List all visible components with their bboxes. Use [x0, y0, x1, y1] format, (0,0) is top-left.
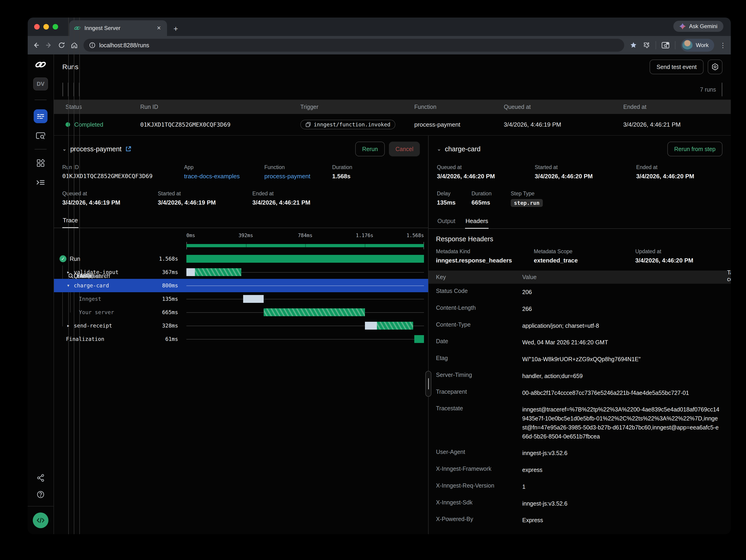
tab-trace[interactable]: Trace: [62, 214, 79, 228]
step-detail-panel: ⌄ charge-card Rerun from step Queued at …: [429, 136, 731, 534]
app-sidebar: DV: [28, 54, 54, 534]
rerun-from-step-button[interactable]: Rerun from step: [667, 142, 722, 156]
forward-icon[interactable]: [45, 41, 53, 49]
search-panel-icon[interactable]: [662, 42, 669, 49]
bookmark-star-icon[interactable]: [630, 41, 637, 49]
step-type-label: Step Type: [511, 190, 722, 197]
browser-tabstrip: Inngest Server ✕ + Ask Gemini: [28, 18, 731, 36]
panel-resize-handle[interactable]: [425, 371, 431, 397]
span-segment-solid: [414, 335, 424, 343]
share-feedback-icon[interactable]: [36, 474, 45, 482]
back-icon[interactable]: [32, 41, 40, 49]
span-segment-solid: [186, 255, 424, 263]
span-segment-delay: [365, 322, 377, 330]
started-value: 3/4/2026, 4:46:19 PM: [158, 198, 252, 206]
sidebar-item-runs[interactable]: [34, 109, 48, 123]
column-header: Queued at: [504, 104, 623, 110]
metadata-scope-label: Metadata Scope: [534, 248, 635, 255]
external-link-icon[interactable]: [125, 146, 131, 152]
function-link[interactable]: process-payment: [264, 171, 332, 180]
value-column-header: Value: [522, 274, 723, 281]
cancel-button[interactable]: Cancel: [389, 142, 420, 156]
header-key: Content-Type: [436, 321, 522, 328]
apps-icon: [36, 159, 45, 168]
sidebar-item-event-search[interactable]: [36, 131, 46, 140]
trace-row-finalization[interactable]: Finalization61ms: [54, 332, 428, 346]
main-content: Runs Send test event: [54, 54, 731, 534]
help-icon[interactable]: [36, 490, 45, 499]
header-value: inngest@traceref=%7B%22tp%22%3A%2200-4ae…: [522, 405, 723, 441]
header-row: X-Inngest-Sdkinngest-js:v3.52.6: [429, 495, 731, 512]
trace-row-send-receipt[interactable]: ▸send-receipt328ms: [54, 319, 428, 332]
table-columns-dropdown[interactable]: Table columns ⌄: [721, 83, 722, 96]
trace-row-bar-area: [186, 332, 424, 346]
trace-row-charge-card[interactable]: ▾charge-card800ms: [54, 279, 428, 292]
step-ended-label: Ended at: [636, 164, 722, 171]
ask-gemini-button[interactable]: Ask Gemini: [673, 21, 723, 32]
trace-row-label: charge-card: [74, 283, 109, 289]
header-value: express: [522, 466, 723, 474]
profile-label: Work: [696, 42, 709, 49]
header-key: Status Code: [436, 288, 522, 294]
rerun-button[interactable]: Rerun: [355, 142, 385, 156]
filter-bar: Show search Queued at ⌄ Last 3d ⌄: [54, 79, 731, 100]
sidebar-item-apps[interactable]: [36, 159, 45, 168]
extensions-icon[interactable]: [643, 41, 650, 49]
url-bar[interactable]: localhost:8288/runs: [84, 39, 624, 52]
column-header: Run ID: [140, 104, 300, 110]
trace-row-duration: 328ms: [162, 323, 178, 329]
header-value: inngest-js:v3.52.6: [522, 499, 723, 508]
dev-code-button[interactable]: [33, 512, 49, 528]
header-value: application/json; charset=utf-8: [522, 321, 723, 330]
show-search-button[interactable]: Show search: [62, 83, 63, 96]
desktop: Inngest Server ✕ + Ask Gemini: [0, 0, 746, 560]
trace-row-label: Run: [70, 256, 80, 262]
run-table-row[interactable]: Completed 01KJXD1TQCZ852GMEX0CQF3D69 inn…: [54, 114, 731, 136]
header-key: Server-Timing: [436, 372, 522, 378]
trigger-pill[interactable]: inngest/function.invoked: [300, 120, 395, 129]
header-value: 1: [522, 482, 723, 491]
expand-chevron-icon[interactable]: ▸: [66, 270, 70, 275]
tab-headers[interactable]: Headers: [465, 215, 489, 228]
close-tab-icon[interactable]: ✕: [155, 25, 163, 31]
span-segment-delay: [243, 295, 264, 303]
trace-minimap[interactable]: [186, 242, 424, 249]
sidebar-divider-2: [35, 149, 47, 149]
zoom-window-button[interactable]: [53, 24, 58, 30]
header-key: X-Inngest-Sdk: [436, 499, 522, 506]
header-row: EtagW/"10a-W8k9rUOR+zZG9xQQp8hg7694N1E": [429, 351, 731, 367]
trace-row-inngest[interactable]: Inngest135ms: [54, 292, 428, 305]
step-started-label: Started at: [535, 164, 636, 171]
app-link[interactable]: trace-docs-examples: [184, 171, 264, 180]
close-window-button[interactable]: [34, 24, 40, 30]
minimize-window-button[interactable]: [44, 24, 49, 30]
expand-chevron-icon[interactable]: ▸: [66, 323, 70, 328]
step-duration-value: 665ms: [471, 198, 511, 207]
span-segment-hatched: [264, 308, 365, 316]
collapse-step-chevron-icon[interactable]: ⌄: [437, 146, 441, 152]
sidebar-item-dev-server[interactable]: [36, 178, 45, 186]
trace-row-validate-input[interactable]: ▸validate-input367ms: [54, 265, 428, 279]
trace-row-your-server[interactable]: Your server665ms: [54, 305, 428, 319]
tab-output[interactable]: Output: [437, 215, 456, 228]
trace-row-run[interactable]: ✓Run1.568s: [54, 252, 428, 265]
key-column-header: Key: [436, 274, 522, 281]
header-row: User-Agentinngest-js:v3.52.6: [429, 445, 731, 462]
browser-toolbar: localhost:8288/runs Work ⋮: [28, 36, 731, 54]
header-row: Content-Length266: [429, 300, 731, 317]
send-test-event-button[interactable]: Send test event: [650, 59, 704, 74]
trace-row-duration: 135ms: [162, 296, 178, 302]
trace-row-label: Finalization: [66, 336, 104, 342]
expand-chevron-icon[interactable]: ▾: [66, 283, 70, 288]
span-segment-delay: [186, 268, 195, 276]
profile-button[interactable]: Work: [681, 39, 714, 52]
trace-row-duration: 665ms: [162, 309, 178, 315]
header-key: Date: [436, 338, 522, 345]
new-tab-button[interactable]: +: [173, 24, 178, 36]
runs-list-icon: [36, 112, 45, 120]
inngest-logo: [35, 61, 47, 68]
settings-button[interactable]: [708, 59, 722, 74]
window-controls[interactable]: [34, 24, 58, 30]
env-badge[interactable]: DV: [33, 78, 48, 90]
trace-row-bar-area: [186, 319, 424, 332]
